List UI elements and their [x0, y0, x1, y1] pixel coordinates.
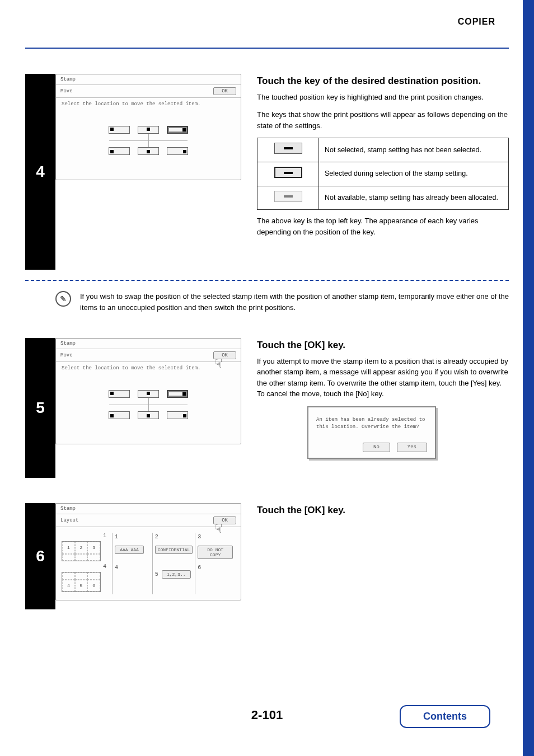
- state2-text: Selected during selection of the stamp s…: [319, 162, 509, 186]
- note-row: ✎ If you wish to swap the position of th…: [25, 291, 509, 313]
- header: COPIER: [25, 17, 509, 34]
- layout-cell-3[interactable]: 3 DO NOT COPY: [195, 533, 235, 564]
- move-panel: Stamp Move OK Select the location to mov…: [55, 74, 241, 180]
- layout-cell-4[interactable]: 4: [112, 564, 152, 594]
- overwrite-dialog: An item has been already selected to thi…: [307, 406, 436, 459]
- key-icon-selected: [274, 167, 302, 178]
- layout-cell-5[interactable]: 5 1,2,3..: [152, 564, 195, 594]
- panel-prompt: Select the location to move the selected…: [62, 101, 235, 107]
- note-text: If you wish to swap the position of the …: [80, 291, 509, 313]
- dialog-msg1: An item has been already selected to: [316, 416, 427, 424]
- layout-btn-2[interactable]: CONFIDENTIAL: [155, 546, 193, 554]
- panel-prompt: Select the location to move the selected…: [62, 365, 235, 371]
- step-5: 5 Stamp Move OK ☟ Select the location to…: [25, 338, 509, 478]
- pos-top-right[interactable]: [167, 390, 188, 398]
- dialog-msg2: this location. Overwrite the item?: [316, 424, 427, 431]
- ok-button[interactable]: OK: [213, 87, 236, 95]
- step4-title: Touch the key of the desired destination…: [257, 74, 509, 88]
- side-bar: [523, 0, 534, 756]
- section-title: COPIER: [458, 17, 495, 27]
- step6-title: Touch the [OK] key.: [257, 503, 509, 518]
- state1-text: Not selected, stamp setting has not been…: [319, 138, 509, 162]
- panel-title: Stamp: [60, 77, 76, 82]
- panel-title: Stamp: [60, 506, 76, 511]
- pos-bottom-center[interactable]: [138, 147, 159, 155]
- state-table: Not selected, stamp setting has not been…: [257, 138, 509, 210]
- step5-title: Touch the [OK] key.: [257, 338, 509, 353]
- step-number: 6: [25, 503, 55, 609]
- panel-subtitle: Layout: [60, 518, 78, 523]
- step5-body: If you attempt to move the stamp item to…: [257, 356, 509, 400]
- step4-p1: The touched position key is highlighted …: [257, 92, 509, 103]
- panel-subtitle: Move: [60, 88, 73, 94]
- hand-cursor-icon: ☟: [215, 356, 231, 372]
- key-icon-unselected: [274, 143, 302, 154]
- yes-button[interactable]: Yes: [397, 443, 427, 453]
- layout-btn-5[interactable]: 1,2,3..: [162, 570, 191, 579]
- pos-bottom-right[interactable]: [167, 147, 188, 155]
- layout-btn-1[interactable]: AAA AAA: [115, 546, 144, 554]
- pos-bottom-center[interactable]: [138, 411, 159, 419]
- pos-top-left[interactable]: [109, 126, 130, 134]
- pos-bottom-left[interactable]: [109, 411, 130, 419]
- step-number: 4: [25, 74, 55, 270]
- move-panel: Stamp Move OK ☟ Select the location to m…: [55, 338, 241, 444]
- contents-button[interactable]: Contents: [400, 705, 490, 728]
- no-button[interactable]: No: [363, 443, 390, 453]
- layout-panel: Stamp Layout OK ☟ 1 123 4 456 1: [55, 503, 241, 600]
- pos-bottom-right[interactable]: [167, 411, 188, 419]
- step-4: 4 Stamp Move OK Select the location to m…: [25, 74, 509, 270]
- state3-text: Not available, stamp setting has already…: [319, 186, 509, 210]
- step4-footer: The above key is the top left key. The a…: [257, 215, 509, 237]
- layout-cell-6[interactable]: 6: [195, 564, 235, 594]
- pos-top-right[interactable]: [167, 126, 188, 134]
- header-rule: [25, 48, 509, 49]
- pos-top-left[interactable]: [109, 390, 130, 398]
- step4-p2: The keys that show the print positions w…: [257, 109, 509, 131]
- pos-bottom-left[interactable]: [109, 147, 130, 155]
- step-6: 6 Stamp Layout OK ☟ 1 123 4 456: [25, 503, 509, 609]
- pos-top-center[interactable]: [138, 126, 159, 134]
- pos-top-center[interactable]: [138, 390, 159, 398]
- key-icon-unavailable: [274, 191, 302, 202]
- layout-btn-3[interactable]: DO NOT COPY: [198, 546, 233, 559]
- layout-cell-1[interactable]: 1 AAA AAA: [112, 533, 152, 564]
- note-icon: ✎: [55, 291, 71, 307]
- layout-preview: 1 123 4 456: [62, 533, 106, 594]
- step-number: 5: [25, 338, 55, 478]
- panel-subtitle: Move: [60, 353, 73, 358]
- dashed-divider: [25, 280, 509, 281]
- panel-title: Stamp: [60, 341, 76, 346]
- layout-cell-2[interactable]: 2 CONFIDENTIAL: [152, 533, 195, 564]
